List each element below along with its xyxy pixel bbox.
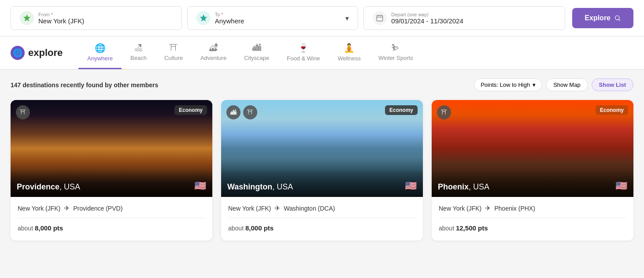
- tab-adventure-icon: 🏕: [209, 43, 218, 53]
- date-label: Depart (one way): [391, 12, 463, 17]
- card-body: New York (JFK) ✈ Washington (DCA) about …: [221, 197, 423, 241]
- to-value: Anywhere: [215, 17, 244, 25]
- show-list-button[interactable]: Show List: [592, 78, 633, 91]
- card-flag: 🇺🇸: [615, 180, 627, 192]
- tab-cityscape-icon: 🏙: [252, 43, 261, 53]
- arrow-icon: ✈: [485, 204, 491, 212]
- card-icon: ⛩: [243, 105, 257, 119]
- card-icon: 🏙: [226, 105, 241, 119]
- to-icon: [196, 11, 211, 25]
- arrow-icon: ✈: [64, 204, 70, 212]
- results-header: 147 destinations recently found by other…: [11, 78, 633, 91]
- svg-line-7: [619, 19, 620, 21]
- card-pts: about 12,500 pts: [439, 224, 626, 232]
- sort-arrow-icon: ▾: [533, 82, 536, 88]
- tab-beach-label: Beach: [130, 55, 147, 61]
- tab-adventure[interactable]: 🏕 Adventure: [192, 37, 235, 69]
- results-count: 147 destinations recently found by other…: [11, 82, 158, 89]
- nav-tabs: 🌐 Anywhere 🏖 Beach ⛩ Culture 🏕 Adventure…: [78, 37, 422, 69]
- card-pts-value: 8,000 pts: [245, 224, 274, 232]
- card-flag: 🇺🇸: [405, 180, 417, 192]
- card-route: New York (JFK) ✈ Washington (DCA): [228, 204, 416, 218]
- cards-grid: ⛩ Economy Providence, USA 🇺🇸 New York (J…: [11, 100, 633, 241]
- show-map-button[interactable]: Show Map: [546, 78, 588, 91]
- to-label: To *: [215, 12, 244, 17]
- tab-anywhere-icon: 🌐: [95, 43, 106, 53]
- sort-dropdown[interactable]: Points: Low to High ▾: [474, 78, 542, 91]
- tab-wellness[interactable]: 🧘 Wellness: [329, 37, 370, 69]
- card-body: New York (JFK) ✈ Phoenix (PHX) about 12,…: [432, 197, 633, 241]
- explore-button[interactable]: Explore: [572, 8, 633, 28]
- tab-culture-label: Culture: [164, 55, 183, 61]
- card-route-to: Washington (DCA): [284, 205, 335, 212]
- card-phoenix[interactable]: ⛩ Economy Phoenix, USA 🇺🇸 New York (JFK)…: [432, 100, 633, 241]
- show-list-label: Show List: [599, 82, 626, 88]
- from-field[interactable]: From * New York (JFK): [11, 6, 182, 30]
- card-route-to: Providence (PVD): [73, 205, 122, 212]
- date-field-text: Depart (one way) 09/01/2024 - 11/30/2024: [391, 12, 463, 25]
- tab-adventure-label: Adventure: [200, 55, 226, 61]
- card-image-wrap: 🏙⛩ Economy Washington, USA 🇺🇸: [221, 100, 423, 197]
- from-label: From *: [38, 12, 84, 17]
- explore-label: Explore: [585, 14, 611, 22]
- tab-culture[interactable]: ⛩ Culture: [155, 37, 192, 69]
- tab-anywhere[interactable]: 🌐 Anywhere: [78, 37, 122, 69]
- card-icon: ⛩: [16, 105, 30, 119]
- card-icons: ⛩: [16, 105, 30, 119]
- card-city-name: Providence, USA: [17, 182, 80, 192]
- from-value: New York (JFK): [38, 17, 84, 25]
- tab-cityscape[interactable]: 🏙 Cityscape: [235, 37, 278, 69]
- results-count-text: 147 destinations recently found by other…: [11, 82, 158, 89]
- card-badge: Economy: [385, 105, 418, 115]
- to-field-text: To * Anywhere: [215, 12, 244, 25]
- card-washington[interactable]: 🏙⛩ Economy Washington, USA 🇺🇸 New York (…: [221, 100, 423, 241]
- card-route-from: New York (JFK): [18, 205, 60, 212]
- tab-wellness-label: Wellness: [337, 55, 361, 62]
- from-field-text: From * New York (JFK): [38, 12, 84, 25]
- card-image-wrap: ⛩ Economy Phoenix, USA 🇺🇸: [432, 100, 633, 197]
- card-route-from: New York (JFK): [439, 205, 481, 212]
- card-route: New York (JFK) ✈ Providence (PVD): [18, 204, 205, 218]
- card-providence[interactable]: ⛩ Economy Providence, USA 🇺🇸 New York (J…: [11, 100, 212, 241]
- date-field[interactable]: Depart (one way) 09/01/2024 - 11/30/2024: [363, 6, 565, 30]
- tab-beach-icon: 🏖: [134, 43, 143, 53]
- tab-winter-sports-icon: ⛷: [391, 43, 400, 53]
- logo-icon: 🌐: [11, 46, 25, 60]
- to-dropdown-arrow: ▾: [345, 14, 349, 22]
- card-footer: Washington, USA 🇺🇸: [221, 170, 423, 197]
- content-area: 147 destinations recently found by other…: [0, 70, 644, 249]
- card-route: New York (JFK) ✈ Phoenix (PHX): [439, 204, 626, 218]
- logo-text: explore: [28, 47, 63, 59]
- arrow-icon: ✈: [274, 204, 280, 212]
- from-icon: [20, 11, 34, 25]
- svg-marker-1: [200, 15, 207, 21]
- show-map-label: Show Map: [553, 82, 580, 88]
- card-route-to: Phoenix (PHX): [494, 205, 535, 212]
- tab-winter-sports[interactable]: ⛷ Winter Sports: [370, 37, 422, 69]
- date-value: 09/01/2024 - 11/30/2024: [391, 17, 463, 25]
- search-bar: From * New York (JFK) To * Anywhere ▾ De…: [0, 0, 644, 37]
- card-image-wrap: ⛩ Economy Providence, USA 🇺🇸: [11, 100, 212, 197]
- card-pts: about 8,000 pts: [228, 224, 416, 232]
- results-controls: Points: Low to High ▾ Show Map Show List: [474, 78, 633, 91]
- card-city-name: Washington, USA: [227, 182, 293, 192]
- to-field[interactable]: To * Anywhere ▾: [187, 6, 359, 30]
- tab-wellness-icon: 🧘: [344, 43, 355, 53]
- card-route-from: New York (JFK): [228, 205, 271, 212]
- card-pts-value: 8,000 pts: [35, 224, 63, 232]
- tab-food-wine[interactable]: 🍷 Food & Wine: [278, 37, 329, 69]
- card-pts: about 8,000 pts: [18, 224, 205, 232]
- card-icons: ⛩: [437, 105, 451, 119]
- tab-food-wine-label: Food & Wine: [287, 55, 320, 62]
- tab-culture-icon: ⛩: [169, 43, 178, 53]
- logo: 🌐 explore: [11, 39, 71, 67]
- card-footer: Phoenix, USA 🇺🇸: [432, 170, 633, 197]
- card-badge: Economy: [596, 105, 628, 115]
- card-icon: ⛩: [437, 105, 451, 119]
- tab-anywhere-label: Anywhere: [87, 55, 113, 62]
- tab-beach[interactable]: 🏖 Beach: [122, 37, 155, 69]
- svg-marker-0: [24, 15, 30, 21]
- tab-winter-sports-label: Winter Sports: [378, 55, 413, 61]
- tab-cityscape-label: Cityscape: [244, 55, 269, 61]
- svg-rect-2: [377, 15, 383, 21]
